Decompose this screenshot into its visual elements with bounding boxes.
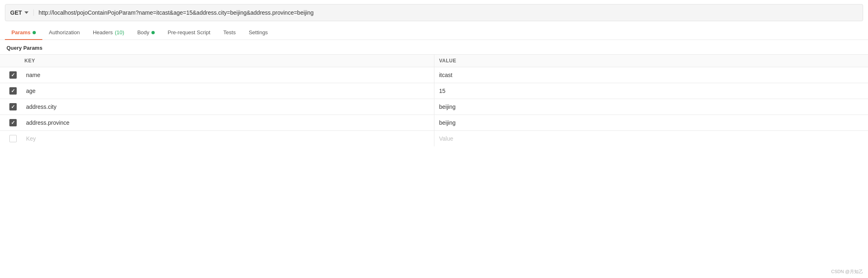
row-checkbox[interactable]: ✓ (9, 119, 17, 126)
tab-body[interactable]: Body (131, 25, 161, 40)
key-cell: ✓address.province (0, 115, 434, 131)
key-cell: Key (0, 131, 434, 147)
value-cell: itcast (434, 67, 868, 83)
tab-settings-label: Settings (249, 29, 268, 35)
key-cell: ✓name (0, 67, 434, 83)
body-dot (151, 31, 155, 34)
key-value: age (26, 88, 35, 94)
row-checkbox[interactable]: ✓ (9, 71, 17, 79)
method-select[interactable]: GET (10, 9, 34, 16)
key-column-header: KEY (0, 55, 434, 67)
key-value: name (26, 72, 40, 78)
row-checkbox-empty[interactable] (9, 135, 17, 142)
key-placeholder: Key (26, 135, 36, 142)
tab-authorization[interactable]: Authorization (42, 25, 86, 40)
tab-headers[interactable]: Headers (10) (86, 25, 131, 40)
tab-tests[interactable]: Tests (217, 25, 242, 40)
table-row: KeyValue (0, 131, 868, 147)
tab-pre-request[interactable]: Pre-request Script (161, 25, 217, 40)
value-cell: 15 (434, 83, 868, 99)
table-row: ✓age15 (0, 83, 868, 99)
row-checkbox[interactable]: ✓ (9, 103, 17, 110)
value-cell: beijing (434, 99, 868, 115)
tab-params-label: Params (11, 29, 31, 35)
table-row: ✓address.provincebeijing (0, 115, 868, 131)
tab-authorization-label: Authorization (49, 29, 80, 35)
key-value: address.province (26, 119, 70, 126)
params-table: KEY VALUE ✓nameitcast✓age15✓address.city… (0, 54, 868, 146)
value-cell: beijing (434, 115, 868, 131)
row-checkbox[interactable]: ✓ (9, 87, 17, 95)
section-label: Query Params (0, 40, 868, 54)
value-placeholder: Value (439, 135, 454, 142)
tab-headers-label: Headers (93, 29, 113, 35)
chevron-down-icon (24, 11, 28, 14)
tab-tests-label: Tests (224, 29, 236, 35)
tab-settings[interactable]: Settings (242, 25, 274, 40)
table-row: ✓address.citybeijing (0, 99, 868, 115)
tab-params[interactable]: Params (5, 25, 42, 40)
table-header-row: KEY VALUE (0, 55, 868, 67)
tab-body-label: Body (137, 29, 149, 35)
headers-count: (10) (115, 29, 124, 35)
params-dot (33, 31, 36, 34)
key-cell: ✓address.city (0, 99, 434, 115)
table-row: ✓nameitcast (0, 67, 868, 83)
url-input[interactable] (39, 9, 858, 16)
tabs-bar: Params Authorization Headers (10) Body P… (0, 25, 868, 40)
key-cell: ✓age (0, 83, 434, 99)
method-label: GET (10, 9, 22, 16)
key-value: address.city (26, 104, 57, 110)
value-column-header: VALUE (434, 55, 868, 67)
url-bar: GET (5, 4, 863, 21)
value-cell: Value (434, 131, 868, 147)
tab-pre-request-label: Pre-request Script (168, 29, 210, 35)
